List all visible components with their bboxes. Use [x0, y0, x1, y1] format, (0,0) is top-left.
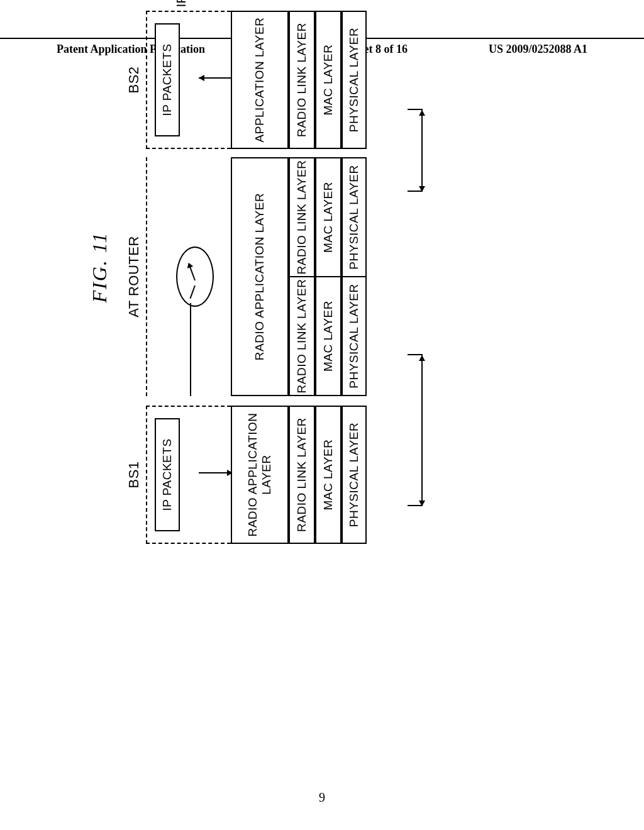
- router-ip-region: [146, 157, 231, 396]
- bs2-title: BS2: [126, 11, 142, 149]
- page-number: 9: [0, 790, 644, 805]
- router-stack: RADIO APPLICATION LAYER RADIO LINK LAYER…: [231, 157, 367, 396]
- switch-arm-right-icon: [189, 265, 196, 280]
- bs1-mac-layer: MAC LAYER: [315, 406, 341, 544]
- bs2-physical-layer: PHYSICAL LAYER: [341, 11, 367, 149]
- column-bs1: BS1 IP PACKETS RADIO APPLICATION LAYER R…: [126, 406, 367, 544]
- line-icon: [190, 303, 191, 396]
- router-app-layer: RADIO APPLICATION LAYER: [231, 157, 289, 396]
- bs1-radio-link-layer: RADIO LINK LAYER: [289, 406, 315, 544]
- bs2-mac-layer: MAC LAYER: [315, 11, 341, 149]
- bs2-ip-packets: IP PACKETS: [155, 23, 180, 136]
- bs1-ip-region: IP PACKETS: [146, 406, 231, 544]
- ip-layer-label: IP LAYER: [174, 0, 189, 8]
- bs1-physical-layer: PHYSICAL LAYER: [341, 406, 367, 544]
- bs2-stack: APPLICATION LAYER RADIO LINK LAYER MAC L…: [231, 11, 367, 149]
- bs1-ip-packets: IP PACKETS: [155, 418, 180, 531]
- router-title: AT ROUTER: [126, 157, 142, 396]
- router-mac-right: MAC LAYER: [315, 157, 341, 277]
- switch-symbol: [176, 246, 214, 307]
- figure-11: FIG. 11 BS1 IP PACKETS RADIO APPLICATION…: [88, 0, 447, 544]
- bs1-title: BS1: [126, 406, 142, 544]
- bs2-ip-region: IP PACKETS IP LAYER: [146, 11, 231, 149]
- switch-arm-left-icon: [190, 285, 196, 299]
- bs1-app-layer: RADIO APPLICATION LAYER: [231, 406, 289, 544]
- bs1-stack: RADIO APPLICATION LAYER RADIO LINK LAYER…: [231, 406, 367, 544]
- bs2-radio-link-layer: RADIO LINK LAYER: [289, 11, 315, 149]
- switch-ellipse-icon: [176, 246, 214, 307]
- figure-label: FIG. 11: [88, 0, 111, 544]
- arrow-up-icon: [199, 77, 233, 79]
- router-phy-right: PHYSICAL LAYER: [341, 157, 367, 277]
- header-right: US 2009/0252088 A1: [489, 43, 587, 56]
- bidirectional-arrow-icon: [421, 110, 423, 192]
- figure-rotated-wrap: FIG. 11 BS1 IP PACKETS RADIO APPLICATION…: [88, 91, 623, 468]
- bidirectional-arrow-icon: [421, 355, 423, 506]
- page: Patent Application Publication Oct. 8, 2…: [0, 0, 644, 830]
- router-rll-left: RADIO LINK LAYER: [289, 277, 315, 396]
- column-bs2: BS2 IP PACKETS IP LAYER APPLICATION LAYE…: [126, 11, 367, 149]
- bs2-app-layer: APPLICATION LAYER: [231, 11, 289, 149]
- column-router: AT ROUTER RADIO APPLICATION LAYER RADIO …: [126, 157, 367, 396]
- router-rll-right: RADIO LINK LAYER: [289, 157, 315, 277]
- arrow-down-icon: [199, 472, 233, 473]
- router-mac-left: MAC LAYER: [315, 277, 341, 396]
- router-phy-left: PHYSICAL LAYER: [341, 277, 367, 396]
